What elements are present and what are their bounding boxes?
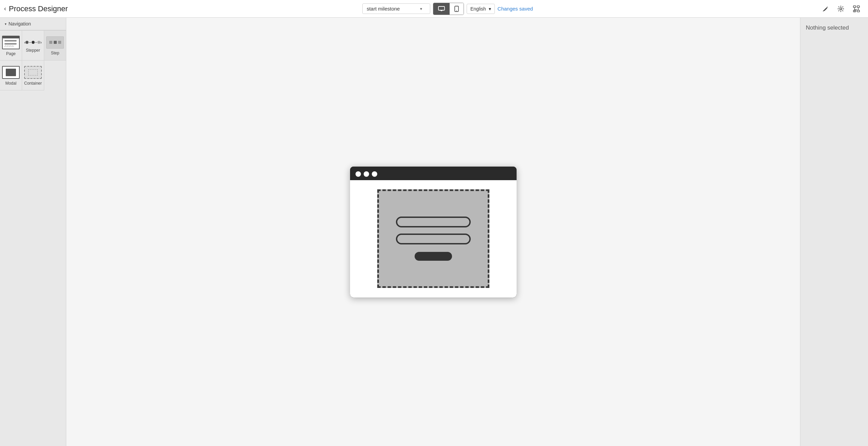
modal-icon — [2, 66, 20, 79]
tree-button[interactable] — [849, 1, 864, 16]
edit-button[interactable] — [818, 1, 833, 16]
preview-pill-small — [415, 252, 452, 261]
titlebar-dot-3 — [372, 171, 377, 177]
page-preview[interactable] — [350, 167, 517, 297]
nav-chevron-icon: ▾ — [5, 22, 6, 26]
header-center: start milestone ▾ English ▾ Change — [90, 3, 805, 15]
preview-body — [350, 180, 517, 297]
svg-point-4 — [456, 10, 457, 11]
container-icon — [24, 66, 42, 79]
left-sidebar: ▾ Navigation Page ‹ — [0, 18, 66, 446]
main-layout: ▾ Navigation Page ‹ — [0, 18, 868, 446]
milestone-dropdown[interactable]: start milestone ▾ — [362, 3, 430, 14]
svg-rect-10 — [857, 10, 860, 12]
page-label: Page — [6, 51, 16, 56]
canvas-area[interactable] — [66, 18, 800, 446]
svg-rect-8 — [857, 6, 860, 7]
modal-inner-box — [6, 69, 16, 76]
mobile-icon — [454, 6, 459, 12]
device-toggle — [433, 3, 464, 15]
container-inner-box — [28, 69, 38, 75]
step-icon — [46, 36, 64, 49]
desktop-device-button[interactable] — [433, 3, 450, 15]
modal-label: Modal — [5, 81, 17, 86]
titlebar-dot-2 — [364, 171, 369, 177]
milestone-label: start milestone — [367, 6, 400, 12]
mobile-device-button[interactable] — [450, 3, 464, 15]
component-item-modal[interactable]: Modal — [0, 61, 22, 90]
language-label: English — [470, 6, 486, 12]
preview-pill-1 — [396, 217, 471, 227]
changes-saved-status: Changes saved — [498, 6, 533, 12]
component-item-stepper[interactable]: ‹ › Stepper — [22, 31, 44, 61]
page-line-dashed — [4, 46, 14, 47]
tree-icon — [853, 5, 860, 12]
nav-section-label: Navigation — [8, 21, 31, 27]
stepper-icon: ‹ › — [24, 39, 42, 46]
svg-point-6 — [840, 8, 842, 10]
preview-content-area[interactable] — [377, 189, 489, 288]
page-line-1 — [4, 40, 17, 41]
page-icon — [2, 36, 20, 49]
settings-button[interactable] — [833, 1, 848, 16]
milestone-chevron-icon: ▾ — [420, 6, 422, 11]
app-title: Process Designer — [9, 4, 68, 13]
back-button[interactable]: ‹ — [4, 5, 6, 12]
component-item-container[interactable]: Container — [22, 61, 44, 90]
settings-icon — [837, 5, 844, 12]
nav-section-header[interactable]: ▾ Navigation — [0, 18, 66, 30]
nothing-selected-label: Nothing selected — [806, 24, 849, 31]
svg-rect-0 — [438, 6, 445, 10]
titlebar-dot-1 — [355, 171, 361, 177]
container-label: Container — [24, 81, 42, 86]
component-grid: Page ‹ › — [0, 30, 66, 90]
component-item-step[interactable]: Step — [44, 31, 66, 61]
header: ‹ Process Designer start milestone ▾ — [0, 0, 868, 18]
edit-icon — [822, 6, 828, 12]
header-right — [810, 1, 864, 16]
svg-rect-7 — [853, 6, 856, 7]
step-label: Step — [51, 51, 59, 55]
preview-titlebar — [350, 167, 517, 180]
stepper-row: ‹ › — [24, 39, 42, 46]
language-dropdown[interactable]: English ▾ — [467, 4, 495, 14]
preview-pill-2 — [396, 234, 471, 244]
right-sidebar: Nothing selected — [800, 18, 868, 446]
stepper-label: Stepper — [26, 48, 40, 53]
component-item-page[interactable]: Page — [0, 31, 22, 61]
desktop-icon — [438, 6, 445, 12]
header-left: ‹ Process Designer — [4, 4, 86, 13]
language-chevron-icon: ▾ — [489, 6, 491, 12]
page-line-2 — [4, 43, 17, 45]
